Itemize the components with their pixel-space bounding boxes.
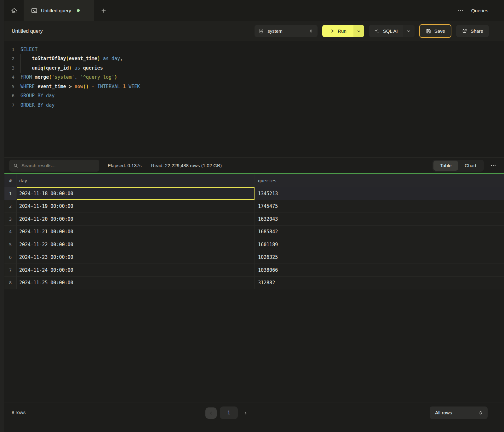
ellipsis-icon	[457, 8, 464, 14]
row-index-cell: 6	[4, 251, 16, 264]
code-text: FROM merge('system', '^query_log')	[14, 74, 117, 80]
table-row[interactable]: 42024-11-21 00:00:001685842	[4, 226, 504, 239]
row-index-cell: 8	[4, 277, 16, 289]
day-cell[interactable]: 2024-11-20 00:00:00	[16, 213, 255, 225]
table-row[interactable]: 62024-11-23 00:00:001026325	[4, 251, 504, 264]
save-icon	[426, 28, 431, 34]
table-row[interactable]: 52024-11-22 00:00:001601189	[4, 238, 504, 251]
queries-cell[interactable]: 1745475	[255, 200, 504, 213]
results-table-body: 12024-11-18 00:00:00134521322024-11-19 0…	[4, 187, 504, 289]
code-line[interactable]: 4FROM merge('system', '^query_log')	[4, 73, 504, 82]
table-view-tab[interactable]: Table	[433, 161, 458, 171]
ellipsis-icon	[490, 162, 496, 169]
row-index-cell: 5	[4, 238, 16, 251]
run-button[interactable]: Run	[322, 25, 353, 37]
tab-untitled-query[interactable]: Untitled query	[24, 0, 94, 21]
external-link-icon	[462, 28, 467, 34]
line-number: 7	[4, 103, 14, 108]
day-cell[interactable]: 2024-11-18 00:00:00	[16, 187, 255, 200]
share-button[interactable]: Share	[456, 25, 489, 37]
share-button-label: Share	[471, 28, 483, 34]
day-cell[interactable]: 2024-11-24 00:00:00	[16, 264, 255, 276]
rows-per-page-select[interactable]: All rows	[430, 406, 488, 419]
run-split-button: Run	[322, 25, 364, 37]
toolbar-actions: system Run SQL AI	[255, 24, 489, 38]
code-line[interactable]: 7ORDER BY day	[4, 100, 504, 110]
code-text: uniq(query_id) as queries	[14, 65, 103, 71]
code-text: toStartOfDay(event_time) as day,	[14, 56, 123, 61]
query-toolbar: Untitled query system Run	[4, 21, 504, 41]
line-number: 3	[4, 65, 14, 71]
database-icon	[259, 28, 264, 34]
current-page-button[interactable]: 1	[220, 406, 238, 419]
collapsed-sidebar-strip	[0, 0, 4, 432]
read-stat: Read: 22,229,488 rows (1.02 GB)	[151, 163, 222, 168]
new-tab-button[interactable]	[94, 0, 113, 21]
row-index-cell: 4	[4, 226, 16, 238]
rows-per-page-value: All rows	[435, 410, 478, 416]
chart-view-tab[interactable]: Chart	[458, 161, 483, 171]
sql-editor[interactable]: 1SELECT2 toStartOfDay(event_time) as day…	[4, 41, 504, 157]
code-editor-lines: 1SELECT2 toStartOfDay(event_time) as day…	[4, 45, 504, 110]
search-results-input[interactable]	[21, 163, 95, 168]
code-line[interactable]: 1SELECT	[4, 45, 504, 54]
table-row[interactable]: 82024-11-25 00:00:00312882	[4, 277, 504, 290]
play-icon	[329, 28, 335, 34]
table-row[interactable]: 22024-11-19 00:00:001745475	[4, 200, 504, 213]
column-header-queries[interactable]: queries	[255, 174, 504, 187]
day-cell[interactable]: 2024-11-23 00:00:00	[16, 251, 255, 264]
line-number: 4	[4, 75, 14, 80]
results-table: # day queries 12024-11-18 00:00:00134521…	[4, 174, 504, 289]
table-row[interactable]: 32024-11-20 00:00:001632043	[4, 213, 504, 226]
queries-cell[interactable]: 1601189	[255, 238, 504, 251]
queries-cell[interactable]: 1038066	[255, 264, 504, 276]
code-text: WHERE event_time > now() - INTERVAL 1 WE…	[14, 84, 140, 89]
next-page-button[interactable]	[241, 407, 250, 419]
code-line[interactable]: 6GROUP BY day	[4, 91, 504, 101]
home-button[interactable]	[4, 0, 24, 21]
save-button[interactable]: Save	[419, 24, 451, 38]
line-number: 6	[4, 93, 14, 98]
run-button-label: Run	[338, 28, 346, 34]
results-footer: 8 rows 1 All rows	[4, 402, 504, 432]
search-results-box[interactable]	[9, 160, 99, 172]
results-empty-space	[4, 289, 504, 402]
select-updown-icon	[478, 410, 483, 415]
chevron-down-icon	[406, 29, 411, 33]
code-line[interactable]: 3 uniq(query_id) as queries	[4, 63, 504, 73]
sql-ai-options-button[interactable]	[403, 25, 415, 37]
database-select-value: system	[267, 28, 305, 34]
tab-title: Untitled query	[41, 8, 71, 14]
database-select[interactable]: system	[255, 25, 318, 37]
queries-cell[interactable]: 1026325	[255, 251, 504, 264]
queries-cell[interactable]: 312882	[255, 277, 504, 289]
day-cell[interactable]: 2024-11-25 00:00:00	[16, 277, 255, 289]
plus-icon	[100, 8, 107, 14]
code-line[interactable]: 2 toStartOfDay(event_time) as day,	[4, 54, 504, 64]
day-cell[interactable]: 2024-11-21 00:00:00	[16, 226, 255, 238]
overflow-menu-button[interactable]	[457, 8, 464, 14]
code-line[interactable]: 5WHERE event_time > now() - INTERVAL 1 W…	[4, 82, 504, 91]
row-index-cell: 7	[4, 264, 16, 276]
previous-page-button[interactable]	[205, 407, 217, 419]
queries-cell[interactable]: 1345213	[255, 187, 504, 200]
tab-bar-right: Queries	[457, 0, 504, 21]
row-count-label: 8 rows	[12, 410, 26, 415]
column-header-index: #	[4, 174, 16, 187]
row-index-cell: 1	[4, 187, 16, 200]
queries-cell[interactable]: 1632043	[255, 213, 504, 225]
tab-bar: Untitled query Queries	[4, 0, 504, 21]
day-cell[interactable]: 2024-11-22 00:00:00	[16, 238, 255, 251]
table-row[interactable]: 12024-11-18 00:00:001345213	[4, 187, 504, 200]
queries-link[interactable]: Queries	[471, 8, 488, 14]
results-options-button[interactable]	[490, 162, 496, 169]
results-table-header: # day queries	[4, 174, 504, 187]
unsaved-changes-dot	[77, 9, 80, 12]
column-header-day[interactable]: day	[16, 174, 255, 187]
terminal-icon	[31, 7, 37, 14]
sql-ai-button[interactable]: SQL AI	[369, 25, 403, 37]
queries-cell[interactable]: 1685842	[255, 226, 504, 238]
run-options-button[interactable]	[353, 25, 364, 37]
table-row[interactable]: 72024-11-24 00:00:001038066	[4, 264, 504, 277]
day-cell[interactable]: 2024-11-19 00:00:00	[16, 200, 255, 213]
